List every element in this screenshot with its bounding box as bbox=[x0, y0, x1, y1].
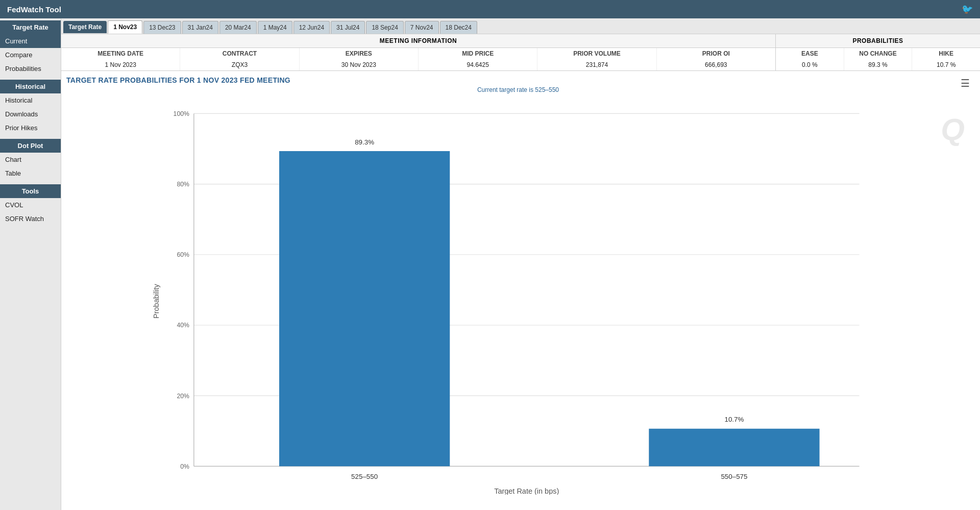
bar-525-550 bbox=[279, 151, 450, 466]
tab-12Jun24[interactable]: 12 Jun24 bbox=[293, 21, 330, 34]
target-rate-section[interactable]: Target Rate bbox=[0, 20, 61, 34]
svg-text:0%: 0% bbox=[180, 463, 189, 470]
chart-title: TARGET RATE PROBABILITIES FOR 1 NOV 2023… bbox=[66, 76, 970, 84]
app-header: FedWatch Tool 🐦 bbox=[0, 0, 980, 18]
meeting-tabs: Target Rate 1 Nov2313 Dec2331 Jan2420 Ma… bbox=[61, 18, 980, 34]
col-prior-volume: PRIOR VOLUME bbox=[537, 48, 656, 59]
tab-20Mar24[interactable]: 20 Mar24 bbox=[219, 21, 257, 34]
meeting-info-header: MEETING INFORMATION bbox=[61, 34, 775, 48]
svg-text:40%: 40% bbox=[177, 322, 189, 329]
historical-section[interactable]: Historical bbox=[0, 80, 61, 93]
tab-7Nov24[interactable]: 7 Nov24 bbox=[405, 21, 439, 34]
col-no-change: NO CHANGE bbox=[844, 48, 913, 59]
watermark: Q bbox=[941, 112, 965, 147]
prob-values: 0.0 % 89.3 % 10.7 % bbox=[776, 59, 980, 70]
chart-menu-icon[interactable]: ☰ bbox=[961, 77, 970, 89]
chart-subtitle: Current target rate is 525–550 bbox=[66, 86, 970, 93]
sidebar-item-compare[interactable]: Compare bbox=[0, 48, 61, 62]
tab-18Dec24[interactable]: 18 Dec24 bbox=[440, 21, 477, 34]
bar-550-575 bbox=[649, 429, 819, 467]
val-expires: 30 Nov 2023 bbox=[300, 59, 419, 70]
sidebar-item-current[interactable]: Current bbox=[0, 34, 61, 48]
sidebar-item-downloads[interactable]: Downloads bbox=[0, 107, 61, 121]
target-rate-tab-label: Target Rate bbox=[63, 21, 107, 33]
meeting-info-values: 1 Nov 2023 ZQX3 30 Nov 2023 94.6425 231,… bbox=[61, 59, 775, 70]
sidebar-item-table[interactable]: Table bbox=[0, 166, 61, 180]
dot-plot-section[interactable]: Dot Plot bbox=[0, 139, 61, 153]
meeting-info-headers: MEETING DATE CONTRACT EXPIRES MID PRICE … bbox=[61, 48, 775, 59]
tab-31Jan24[interactable]: 31 Jan24 bbox=[182, 21, 218, 34]
x-label-550-575: 550–575 bbox=[721, 473, 747, 480]
tab-18Sep24[interactable]: 18 Sep24 bbox=[366, 21, 403, 34]
tab-31Jul24[interactable]: 31 Jul24 bbox=[331, 21, 365, 34]
svg-text:60%: 60% bbox=[177, 251, 189, 258]
app-title: FedWatch Tool bbox=[7, 5, 61, 14]
info-panel: MEETING INFORMATION MEETING DATE CONTRAC… bbox=[61, 34, 980, 71]
col-prior-oi: PRIOR OI bbox=[657, 48, 775, 59]
val-hike: 10.7 % bbox=[912, 59, 980, 70]
svg-text:80%: 80% bbox=[177, 181, 189, 188]
sidebar-item-chart[interactable]: Chart bbox=[0, 153, 61, 166]
x-axis-label: Target Rate (in bps) bbox=[494, 487, 559, 495]
col-hike: HIKE bbox=[912, 48, 980, 59]
tools-section[interactable]: Tools bbox=[0, 184, 61, 198]
sidebar: Target Rate Current Compare Probabilitie… bbox=[0, 18, 61, 510]
val-meeting-date: 1 Nov 2023 bbox=[61, 59, 180, 70]
bar-525-550-label: 89.3% bbox=[355, 138, 374, 146]
sidebar-item-prior-hikes[interactable]: Prior Hikes bbox=[0, 121, 61, 135]
x-label-525-550: 525–550 bbox=[351, 473, 378, 480]
sidebar-item-cvol[interactable]: CVOL bbox=[0, 198, 61, 212]
col-contract: CONTRACT bbox=[180, 48, 299, 59]
bar-550-575-label: 10.7% bbox=[724, 416, 744, 423]
svg-text:20%: 20% bbox=[177, 393, 189, 400]
tab-1Nov23[interactable]: 1 Nov23 bbox=[108, 20, 142, 34]
chart-area: TARGET RATE PROBABILITIES FOR 1 NOV 2023… bbox=[61, 71, 980, 510]
svg-text:100%: 100% bbox=[174, 110, 189, 117]
prob-headers: EASE NO CHANGE HIKE bbox=[776, 48, 980, 59]
col-meeting-date: MEETING DATE bbox=[61, 48, 180, 59]
y-axis-label: Probability bbox=[152, 284, 160, 319]
probabilities-header: PROBABILITIES bbox=[776, 34, 980, 48]
sidebar-item-historical[interactable]: Historical bbox=[0, 93, 61, 107]
bar-chart-svg: Probability 100% 80% 60% 40% 20% 0% bbox=[66, 96, 970, 495]
val-no-change: 89.3 % bbox=[844, 59, 913, 70]
sidebar-item-probabilities[interactable]: Probabilities bbox=[0, 62, 61, 76]
tab-1May24[interactable]: 1 May24 bbox=[258, 21, 292, 34]
val-prior-oi: 666,693 bbox=[657, 59, 775, 70]
col-mid-price: MID PRICE bbox=[419, 48, 537, 59]
tab-13Dec23[interactable]: 13 Dec23 bbox=[143, 21, 181, 34]
val-mid-price: 94.6425 bbox=[419, 59, 537, 70]
val-prior-volume: 231,874 bbox=[537, 59, 656, 70]
twitter-icon[interactable]: 🐦 bbox=[962, 4, 973, 15]
col-ease: EASE bbox=[776, 48, 844, 59]
col-expires: EXPIRES bbox=[300, 48, 419, 59]
val-contract: ZQX3 bbox=[180, 59, 299, 70]
sidebar-item-sofr-watch[interactable]: SOFR Watch bbox=[0, 212, 61, 226]
val-ease: 0.0 % bbox=[776, 59, 844, 70]
